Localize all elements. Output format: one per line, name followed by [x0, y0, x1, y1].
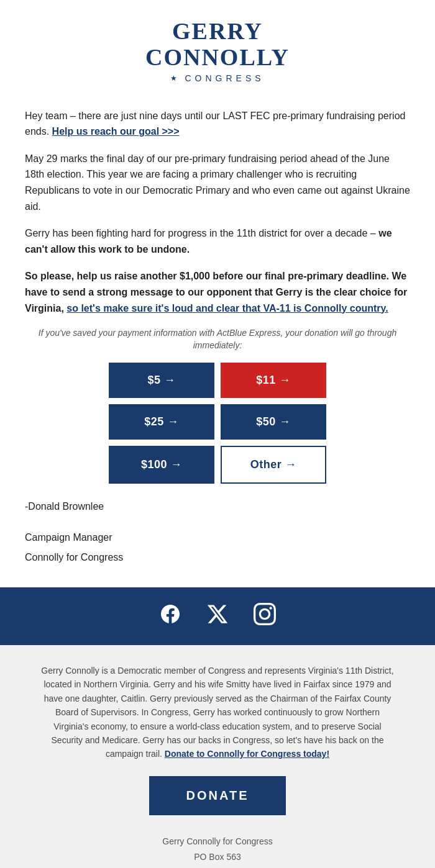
- email-container: GERRY CONNOLLY ★ CONGRESS Hey team – the…: [0, 0, 435, 868]
- facebook-icon[interactable]: [159, 603, 181, 630]
- donate-25-button[interactable]: $25 →: [109, 404, 214, 440]
- signature-name: -Donald Brownlee: [25, 499, 410, 515]
- paragraph-2: May 29 marks the final day of our pre-pr…: [25, 151, 410, 214]
- para4-link[interactable]: so let's make sure it's loud and clear t…: [66, 303, 388, 314]
- para3-prefix: Gerry has been fighting hard for progres…: [25, 228, 376, 238]
- star-icon: ★: [170, 74, 181, 83]
- donate-50-button[interactable]: $50 →: [221, 404, 326, 440]
- x-twitter-icon[interactable]: [206, 603, 229, 630]
- donate-11-button[interactable]: $11 →: [221, 363, 326, 398]
- logo-sub-text: CONGRESS: [185, 73, 264, 83]
- paragraph-4: So please, help us raise another $1,000 …: [25, 268, 410, 316]
- address-line2: PO Box 563: [37, 849, 398, 865]
- paragraph-3: Gerry has been fighting hard for progres…: [25, 225, 410, 257]
- footer: Gerry Connolly is a Democratic member of…: [0, 645, 435, 868]
- address-line1: Gerry Connolly for Congress: [37, 834, 398, 849]
- footer-bio-text: Gerry Connolly is a Democratic member of…: [41, 666, 393, 759]
- logo-line1: GERRY: [12, 19, 423, 45]
- donate-other-button[interactable]: Other →: [221, 446, 326, 484]
- instagram-icon[interactable]: [254, 603, 276, 630]
- logo: GERRY CONNOLLY: [12, 19, 423, 71]
- donation-grid: $5 → $11 → $25 → $50 → $100 → Other →: [109, 363, 326, 484]
- logo-line2: CONNOLLY: [12, 45, 423, 71]
- social-bar: [0, 587, 435, 645]
- actblue-note: If you've saved your payment information…: [25, 327, 410, 351]
- footer-donate-button[interactable]: DONATE: [149, 776, 286, 815]
- donate-5-button[interactable]: $5 →: [109, 363, 214, 398]
- signature-title: Campaign Manager: [25, 530, 410, 546]
- logo-congress: ★ CONGRESS: [12, 73, 423, 83]
- email-header: GERRY CONNOLLY ★ CONGRESS: [0, 0, 435, 96]
- donate-100-button[interactable]: $100 →: [109, 446, 214, 484]
- address-line3: Merrifield, VA 22116: [37, 865, 398, 868]
- footer-bio-link[interactable]: Donate to Connolly for Congress today!: [165, 749, 329, 759]
- intro-link[interactable]: Help us reach our goal >>>: [52, 126, 180, 137]
- intro-paragraph: Hey team – there are just nine days unti…: [25, 108, 410, 140]
- footer-bio: Gerry Connolly is a Democratic member of…: [37, 664, 398, 761]
- email-body: Hey team – there are just nine days unti…: [0, 96, 435, 588]
- footer-address: Gerry Connolly for Congress PO Box 563 M…: [37, 834, 398, 868]
- signature-org: Connolly for Congress: [25, 549, 410, 566]
